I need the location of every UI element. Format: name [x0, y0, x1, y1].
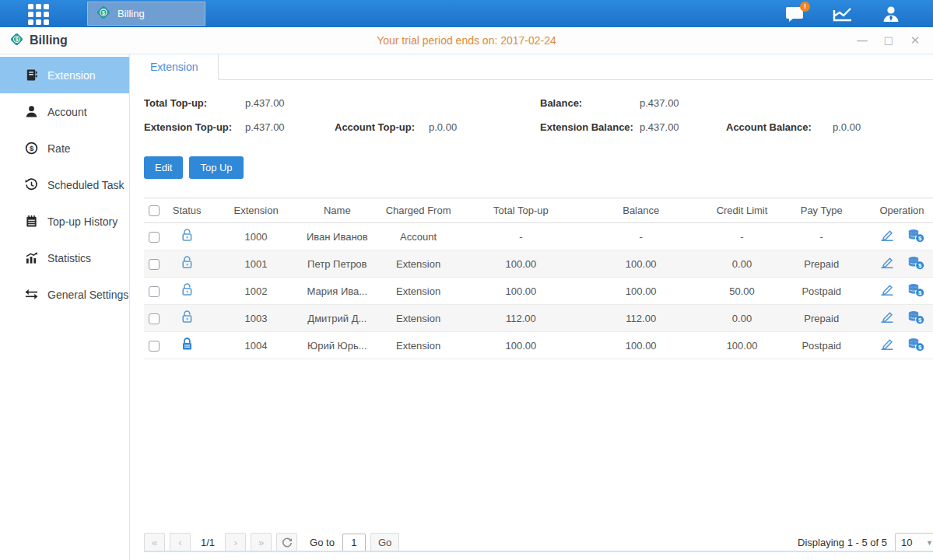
minimize-icon[interactable]: — [855, 33, 869, 47]
total-topup-cell: 100.00 [465, 332, 577, 359]
svg-text:$: $ [918, 289, 922, 296]
summary-panel: Total Top-up: p.437.00 Extension Top-up:… [130, 80, 933, 139]
row-checkbox[interactable] [149, 286, 160, 297]
go-button[interactable]: Go [370, 533, 399, 552]
sidebar-item-label: Rate [47, 142, 71, 155]
edit-button[interactable]: Edit [144, 156, 183, 179]
pay-type-cell: Postpaid [779, 278, 865, 305]
maximize-icon[interactable]: □ [882, 33, 896, 47]
topup-coins-icon[interactable]: $ [907, 338, 924, 354]
edit-icon[interactable] [879, 256, 895, 271]
refresh-icon[interactable] [276, 533, 297, 552]
sidebar-item-rate[interactable]: $ Rate [0, 130, 129, 166]
svg-text:$: $ [918, 235, 922, 242]
notification-badge: ! [800, 2, 810, 12]
lock-open-icon[interactable] [181, 310, 194, 327]
tab-extension[interactable]: Extension [130, 54, 219, 80]
credit-limit-cell: 100.00 [706, 332, 779, 359]
dollar-circle-icon: $ [25, 142, 38, 155]
col-charged-from: Charged From [371, 198, 465, 223]
row-checkbox[interactable] [149, 341, 160, 352]
messages-icon[interactable]: ! [784, 5, 805, 23]
row-checkbox[interactable] [149, 259, 160, 270]
sidebar-item-label: Top-up History [47, 215, 118, 228]
topup-coins-icon[interactable]: $ [907, 256, 924, 272]
main-content: Extension Total Top-up: p.437.00 Extensi… [130, 54, 933, 560]
extension-topup-label: Extension Top-up: [144, 121, 245, 133]
displaying-info: Displaying 1 - 5 of 5 [798, 537, 887, 548]
extension-cell: 1001 [209, 250, 303, 278]
sidebar-item-statistics[interactable]: Statistics [0, 240, 129, 276]
charged-from-cell: Extension [371, 278, 465, 305]
total-topup-cell: - [465, 223, 577, 250]
total-topup-label: Total Top-up: [144, 97, 245, 109]
charged-from-cell: Extension [371, 305, 465, 332]
sidebar-item-topup-history[interactable]: Top-up History [0, 203, 129, 240]
balance-cell: 100.00 [577, 278, 706, 305]
lock-open-icon[interactable] [181, 282, 194, 299]
sidebar-item-scheduled-task[interactable]: Scheduled Task [0, 166, 129, 203]
edit-icon[interactable] [879, 338, 895, 353]
user-account-icon[interactable] [880, 5, 902, 23]
account-balance-label: Account Balance: [726, 121, 833, 133]
lock-open-icon[interactable] [181, 255, 194, 272]
topup-coins-icon[interactable]: $ [907, 283, 924, 299]
balance-cell: - [577, 223, 706, 250]
extension-book-icon [25, 68, 38, 82]
page-size-select[interactable]: 10 ▼ [895, 533, 933, 552]
lock-closed-icon[interactable] [181, 337, 194, 354]
balance-cell: 112.00 [577, 305, 706, 332]
credit-limit-cell: - [706, 223, 779, 250]
apps-grid-icon[interactable] [28, 4, 48, 24]
select-all-checkbox[interactable] [149, 205, 160, 216]
topup-coins-icon[interactable]: $ [907, 229, 924, 245]
trial-notice: Your trial period ends on: 2017-02-24 [0, 34, 933, 47]
lock-open-icon[interactable] [181, 228, 194, 245]
top-up-button[interactable]: Top Up [189, 156, 243, 179]
statistics-chart-icon[interactable] [832, 5, 854, 23]
col-credit-limit: Credit Limit [706, 198, 779, 223]
total-topup-cell: 100.00 [465, 250, 577, 278]
sidebar-item-general-settings[interactable]: General Settings [0, 276, 129, 313]
prev-page-button[interactable]: ‹ [170, 533, 191, 552]
svg-text:$: $ [102, 10, 105, 16]
close-icon[interactable]: ✕ [908, 33, 922, 47]
col-status: Status [165, 198, 209, 223]
svg-text:$: $ [30, 144, 34, 152]
col-operation: Operation [865, 198, 933, 223]
ledger-icon [25, 215, 38, 228]
last-page-button[interactable]: » [251, 533, 272, 552]
account-balance-value: p.0.00 [833, 121, 861, 133]
col-balance: Balance [577, 198, 706, 223]
sliders-icon [25, 288, 38, 301]
sidebar-item-label: Scheduled Task [47, 179, 125, 191]
edit-icon[interactable] [879, 229, 895, 244]
topup-coins-icon[interactable]: $ [907, 310, 924, 327]
row-checkbox[interactable] [149, 232, 160, 243]
row-checkbox[interactable] [149, 313, 160, 324]
taskbar-tab-billing[interactable]: $ Billing [87, 2, 205, 26]
goto-page-input[interactable] [342, 534, 366, 552]
sidebar-item-label: Account [47, 106, 87, 118]
system-topbar: $ Billing ! [0, 0, 933, 27]
chevron-down-icon: ▼ [926, 539, 933, 547]
bar-chart-icon [25, 251, 38, 264]
svg-text:$: $ [918, 344, 922, 351]
sidebar-item-account[interactable]: Account [0, 93, 129, 130]
balance-label: Balance: [540, 97, 640, 109]
edit-icon[interactable] [879, 283, 895, 299]
page-info: 1/1 [195, 537, 220, 548]
first-page-button[interactable]: « [144, 533, 165, 552]
name-cell: Петр Петров [303, 250, 371, 278]
edit-icon[interactable] [879, 310, 895, 326]
sidebar-item-extension[interactable]: Extension [0, 57, 129, 93]
account-topup-value: p.0.00 [429, 121, 457, 133]
billing-diamond-icon: $ [9, 32, 24, 50]
sidebar-item-label: Extension [47, 69, 95, 82]
window-title: Billing [30, 33, 68, 47]
next-page-button[interactable]: › [225, 533, 246, 552]
pay-type-cell: Prepaid [779, 305, 865, 332]
total-topup-value: p.437.00 [245, 97, 285, 109]
extension-balance-label: Extension Balance: [540, 121, 640, 133]
table-row: 1002Мария Ива...Extension100.00100.0050.… [144, 278, 933, 305]
